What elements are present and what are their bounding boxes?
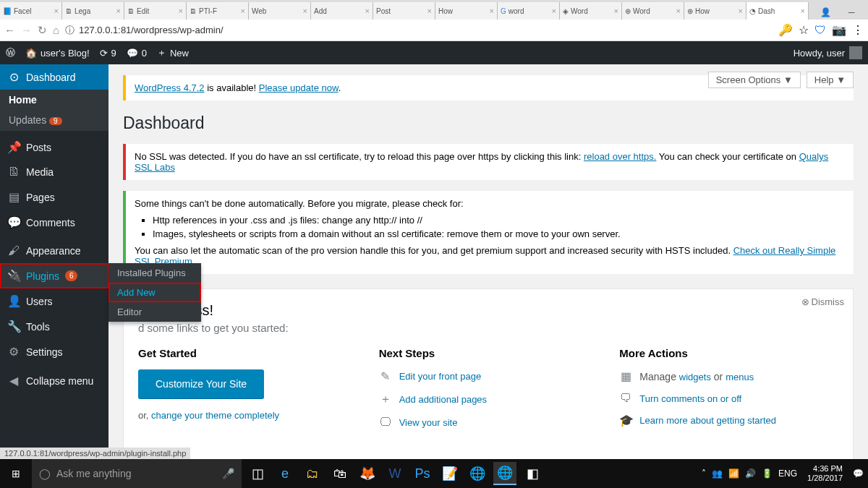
menu-plugins[interactable]: 🔌Plugins 6 Installed Plugins Add New Edi… — [0, 263, 109, 288]
app-ps[interactable]: Ps — [411, 462, 434, 485]
close-icon[interactable]: × — [303, 7, 307, 15]
screen-options-button[interactable]: Screen Options ▼ — [708, 72, 801, 88]
tab-9[interactable]: ◈Word× — [560, 2, 622, 20]
forward-button[interactable]: → — [21, 24, 32, 36]
close-icon[interactable]: × — [179, 7, 183, 15]
address-bar[interactable]: ⓘ127.0.0.1:81/wordpress/wp-admin/ — [65, 24, 773, 37]
app-chrome-1[interactable]: 🌐 — [466, 462, 489, 485]
howdy-user[interactable]: Howdy, user — [793, 46, 862, 59]
close-icon[interactable]: × — [614, 7, 618, 15]
cortana-search[interactable]: ◯Ask me anything🎤 — [32, 459, 242, 488]
tray-wifi-icon[interactable]: 📶 — [728, 468, 739, 479]
app-store[interactable]: 🛍 — [328, 462, 352, 485]
tray-volume-icon[interactable]: 🔊 — [745, 468, 756, 479]
app-firefox[interactable]: 🦊 — [356, 462, 379, 485]
star-icon[interactable]: ☆ — [799, 23, 809, 37]
menu-dashboard[interactable]: ⊙Dashboard — [0, 64, 109, 90]
tab-4[interactable]: Web× — [249, 2, 311, 20]
start-button[interactable]: ⊞ — [0, 459, 32, 488]
site-name[interactable]: 🏠 user's Blog! — [25, 48, 90, 59]
reload-https-link[interactable]: reload over https. — [584, 151, 656, 162]
close-icon[interactable]: × — [490, 7, 494, 15]
customize-button[interactable]: Customize Your Site — [138, 369, 264, 398]
wp-logo[interactable]: Ⓦ — [6, 46, 15, 59]
new-content[interactable]: ＋ New — [157, 46, 189, 59]
tab-2[interactable]: 🗎Edit× — [124, 2, 187, 20]
menu-pages[interactable]: ▤Pages — [0, 184, 109, 210]
close-icon[interactable]: × — [676, 7, 681, 15]
close-icon[interactable]: × — [739, 7, 743, 15]
learn-more-link[interactable]: Learn more about getting started — [639, 415, 776, 426]
edit-front-page-link[interactable]: Edit your front page — [399, 371, 481, 382]
menu-tools[interactable]: 🔧Tools — [0, 314, 109, 339]
app-edge[interactable]: e — [273, 462, 297, 485]
collapse-menu[interactable]: ◀Collapse menu — [0, 368, 109, 393]
wp-version-link[interactable]: WordPress 4.7.2 — [135, 82, 205, 93]
tray-clock[interactable]: 4:36 PM1/28/2017 — [803, 464, 847, 483]
menu-button[interactable]: ⋮ — [852, 23, 864, 37]
minimize-button[interactable]: ─ — [843, 5, 861, 20]
key-icon[interactable]: 🔑 — [778, 23, 793, 37]
close-icon[interactable]: × — [552, 7, 556, 15]
tab-6[interactable]: Post× — [373, 2, 435, 20]
flyout-add-new[interactable]: Add New — [109, 283, 201, 302]
menu-users[interactable]: 👤Users — [0, 288, 109, 314]
close-icon[interactable]: × — [116, 7, 121, 15]
tab-11[interactable]: ⊕How× — [684, 2, 746, 20]
widgets-link[interactable]: widgets — [679, 372, 711, 382]
tab-1[interactable]: 🗎Lega× — [62, 2, 124, 20]
submenu-updates[interactable]: Updates 9 — [0, 110, 109, 131]
tray-chevron[interactable]: ˄ — [702, 468, 706, 479]
camera-icon[interactable]: 📷 — [832, 23, 846, 37]
tray-lang[interactable]: ENG — [778, 468, 797, 479]
tab-3[interactable]: 🗎PTI-F× — [187, 2, 249, 20]
menu-comments[interactable]: 💬Comments — [0, 210, 109, 235]
add-pages-link[interactable]: Add additional pages — [399, 394, 487, 405]
tab-0[interactable]: 📘Facel× — [0, 2, 62, 20]
dismiss-button[interactable]: ⊗Dismiss — [801, 296, 845, 307]
admin-sidebar: ⊙Dashboard Home Updates 9 📌Posts 🖻Media … — [0, 64, 109, 459]
submenu-home[interactable]: Home — [0, 90, 109, 110]
updates-count[interactable]: ⟳ 9 — [100, 48, 116, 59]
app-xampp[interactable]: ◧ — [521, 462, 544, 485]
menus-link[interactable]: menus — [726, 372, 754, 382]
home-button[interactable]: ⌂ — [53, 24, 59, 36]
menu-posts[interactable]: 📌Posts — [0, 134, 109, 160]
comments-count[interactable]: 💬 0 — [127, 48, 147, 59]
help-button[interactable]: Help ▼ — [807, 72, 854, 88]
tab-10[interactable]: ⊕Word× — [622, 2, 684, 20]
ext-icon[interactable]: 🛡 — [814, 24, 826, 37]
comments-toggle-link[interactable]: Turn comments on or off — [639, 393, 741, 404]
app-word[interactable]: W — [383, 462, 407, 485]
close-icon[interactable]: × — [427, 7, 432, 15]
reload-button[interactable]: ↻ — [38, 24, 47, 37]
flyout-installed[interactable]: Installed Plugins — [109, 263, 201, 283]
user-icon[interactable]: 👤 — [814, 5, 837, 20]
tray-notifications-icon[interactable]: 💬 — [853, 468, 864, 479]
close-icon[interactable]: × — [54, 7, 59, 15]
app-npp[interactable]: 📝 — [438, 462, 461, 485]
tab-12[interactable]: ◔Dash× — [746, 2, 809, 20]
app-explorer[interactable]: 🗂 — [301, 462, 324, 485]
task-view-button[interactable]: ◫ — [246, 462, 269, 485]
tray-battery-icon[interactable]: 🔋 — [762, 468, 773, 479]
menu-media[interactable]: 🖻Media — [0, 160, 109, 184]
change-theme-link[interactable]: change your theme completely — [151, 410, 279, 421]
welcome-subtitle: d some links to get you started: — [138, 322, 846, 334]
flyout-editor[interactable]: Editor — [109, 302, 201, 322]
col-heading: Get Started — [138, 347, 365, 359]
tab-7[interactable]: How× — [435, 2, 498, 20]
menu-settings[interactable]: ⚙Settings — [0, 339, 109, 364]
mic-icon[interactable]: 🎤 — [222, 468, 234, 479]
close-icon[interactable]: × — [365, 7, 370, 15]
tab-5[interactable]: Add× — [311, 2, 373, 20]
back-button[interactable]: ← — [4, 24, 15, 36]
update-now-link[interactable]: Please update now — [259, 82, 339, 93]
menu-appearance[interactable]: 🖌Appearance — [0, 239, 109, 263]
tray-people-icon[interactable]: 👥 — [712, 468, 723, 479]
close-icon[interactable]: × — [241, 7, 245, 15]
app-chrome-2[interactable]: 🌐 — [493, 462, 516, 485]
tab-8[interactable]: Gword× — [498, 2, 560, 20]
close-icon[interactable]: × — [801, 7, 805, 15]
view-site-link[interactable]: View your site — [399, 417, 458, 428]
